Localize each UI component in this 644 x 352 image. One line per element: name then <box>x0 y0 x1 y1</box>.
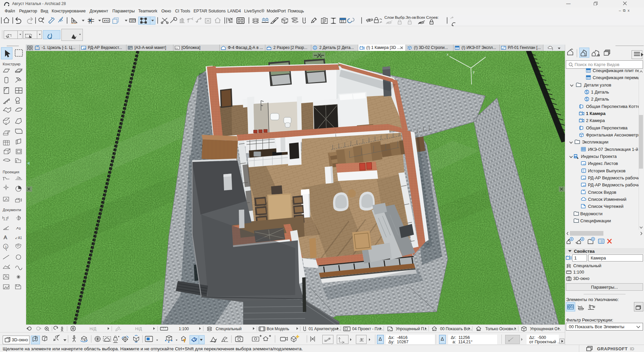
svg-text:↗α: ↗α <box>15 226 21 230</box>
svg-text:1.2: 1.2 <box>3 218 8 221</box>
svg-text:y: y <box>473 70 475 74</box>
svg-text:x: x <box>447 53 448 56</box>
svg-text:1 2: 1 2 <box>130 20 134 22</box>
svg-text:1: 1 <box>5 245 7 248</box>
svg-text:XYZ: XYZ <box>104 19 109 22</box>
svg-text:↙A1: ↙A1 <box>15 236 22 240</box>
svg-text:Слои Выбр.Эл-ов: Слои Выбр.Эл-ов <box>384 15 416 19</box>
svg-text:Всех Слоев:: Всех Слоев: <box>417 15 439 19</box>
svg-text:Конструир: Конструир <box>3 62 20 66</box>
svg-text:Документи: Документи <box>3 208 21 212</box>
svg-text:Проекция: Проекция <box>3 170 19 174</box>
svg-text:A: A <box>4 234 7 240</box>
